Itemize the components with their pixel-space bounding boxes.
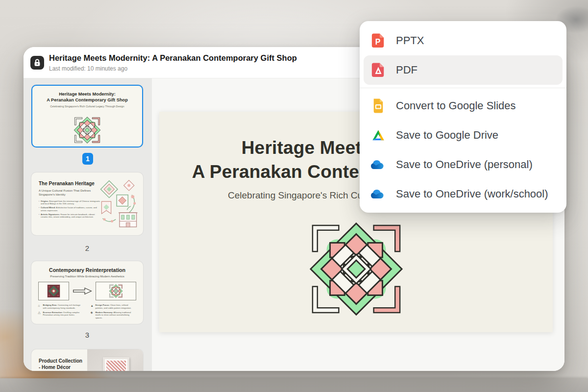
thumb1-title-line1: Heritage Meets Modernity: — [32, 91, 142, 97]
menu-item-pptx[interactable]: P PPTX — [360, 26, 566, 55]
slide-thumbnail-sidebar: Heritage Meets Modernity: A Peranakan Co… — [24, 78, 152, 371]
thumb3-title: Contemporary Reinterpretation — [31, 261, 143, 273]
menu-item-save-onedrive-personal[interactable]: Save to OneDrive (personal) — [360, 150, 566, 179]
flask-icon: △ — [38, 311, 42, 317]
thumb2-bullet: Origins: Emerged from the intermarriage … — [39, 199, 102, 205]
slide-1-number-badge: 1 — [82, 153, 93, 165]
menu-item-label: Save to OneDrive (personal) — [396, 158, 533, 171]
harmony-icon: ◈ — [91, 311, 94, 319]
google-slides-icon — [372, 98, 385, 114]
thumb3-bullet: ▲Design Focus: Clean lines, refined pale… — [91, 304, 137, 309]
peranakan-ornament-thumb — [74, 116, 101, 144]
thumb3-bullet: ◈Modern Harmony: Allowing traditional mo… — [91, 311, 137, 319]
slide-thumbnail-4[interactable]: Product Collection - Home Décor — [31, 349, 143, 371]
menu-item-label: Save to Google Drive — [396, 129, 498, 142]
thumb2-bullet: Artistic Signatures: Known for intricate… — [39, 213, 102, 218]
slide-thumbnail-1[interactable]: Heritage Meets Modernity: A Peranakan Co… — [31, 85, 143, 147]
table-edge — [0, 378, 588, 392]
bridge-icon: ⌂ — [38, 304, 42, 309]
desktop-background: Heritage Meets Modernity: A Peranakan Co… — [0, 0, 588, 392]
thumb3-subtitle: Preserving Tradition While Embracing Mod… — [31, 274, 143, 278]
thumb4-title-line2: - Home Décor — [39, 364, 90, 370]
menu-item-pdf[interactable]: PDF — [364, 55, 563, 85]
slide-2-number: 2 — [31, 244, 143, 252]
onedrive-icon — [370, 189, 386, 199]
thumb1-subtitle: Celebrating Singapore's Rich Cultural Le… — [32, 105, 142, 108]
pdf-file-icon — [371, 62, 386, 78]
modern-ornament — [109, 284, 123, 298]
menu-item-label: Convert to Google Slides — [396, 99, 516, 112]
onedrive-icon — [370, 160, 386, 170]
last-modified-label: Last modified: 10 minutes ago — [49, 65, 127, 72]
peranakan-ornament — [308, 220, 405, 318]
document-title: Heritage Meets Modernity: A Peranakan Co… — [49, 53, 297, 63]
thumb3-bullet: △Essence Extraction: Distilling complex … — [38, 311, 84, 317]
thumb2-subtitle: A Unique Cultural Fusion That Defines Si… — [39, 189, 104, 197]
peranakan-illustration-cluster — [98, 179, 139, 228]
privacy-lock-button[interactable] — [30, 56, 44, 70]
menu-item-save-onedrive-work[interactable]: Save to OneDrive (work/school) — [360, 179, 566, 209]
google-drive-icon — [371, 128, 386, 142]
thumb1-title-line2: A Peranakan Contemporary Gift Shop — [32, 97, 142, 103]
svg-text:P: P — [375, 38, 381, 46]
arrow-right-icon — [73, 287, 92, 295]
slide-thumbnail-3[interactable]: Contemporary Reinterpretation Preserving… — [31, 261, 143, 324]
modern-tile-box — [96, 282, 136, 300]
slide-thumbnail-2[interactable]: The Peranakan Heritage A Unique Cultural… — [31, 172, 143, 235]
menu-item-label: Save to OneDrive (work/school) — [396, 188, 548, 200]
menu-item-label: PPTX — [396, 34, 424, 47]
export-menu: P PPTX PDF — [360, 21, 566, 213]
lock-icon — [30, 56, 44, 70]
thumb3-bullet: ⌂Bridging Eras: Connecting rich heritage… — [38, 304, 84, 309]
slide-3-number: 3 — [31, 331, 143, 339]
menu-item-save-google-drive[interactable]: Save to Google Drive — [360, 121, 566, 150]
menu-item-label: PDF — [396, 64, 417, 76]
menu-divider — [360, 88, 566, 88]
menu-item-convert-google-slides[interactable]: Convert to Google Slides — [360, 91, 566, 121]
traditional-tile — [48, 285, 60, 297]
traditional-tile-box — [38, 282, 69, 300]
pptx-file-icon: P — [371, 33, 386, 49]
pagoda-icon: ▲ — [91, 304, 94, 309]
thumb4-title-line1: Product Collection — [39, 358, 90, 364]
thumb2-bullet: Cultural Blend: A distinctive fusion of … — [39, 206, 102, 212]
